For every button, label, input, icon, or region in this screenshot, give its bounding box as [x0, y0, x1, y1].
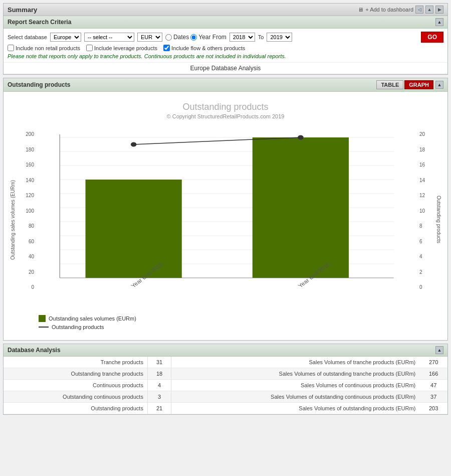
share-icon-btn[interactable]: ◁ [415, 6, 423, 14]
table-view-button[interactable]: TABLE [376, 80, 403, 89]
bar-2016 [253, 137, 349, 278]
r-tick-20: 20 [419, 131, 425, 137]
row-label-4: Outstanding products [4, 403, 147, 414]
row-sales-value-2: 47 [419, 380, 447, 391]
non-retail-checkbox[interactable] [8, 45, 14, 51]
graph-view-button[interactable]: GRAPH [404, 80, 433, 89]
r-tick-12: 12 [419, 193, 425, 198]
y-right-axis-label: Outstanding products [436, 196, 441, 243]
r-tick-18: 18 [419, 147, 425, 152]
outstanding-panel: Outstanding products TABLE GRAPH ▲ Outst… [3, 78, 448, 341]
tick-20: 20 [29, 269, 34, 275]
currency-select-wrapper: EUR [137, 33, 162, 42]
checkbox-leverage: Include leverage products [86, 45, 157, 51]
row-count-3: 3 [147, 391, 171, 403]
year-from-radio[interactable] [190, 34, 197, 41]
tick-140: 140 [26, 178, 34, 183]
search-criteria-title: Report Search Criteria [8, 19, 71, 26]
row-count-0: 31 [147, 357, 171, 368]
row-sales-label-0: Sales Volumes of tranche products (EURm) [171, 357, 419, 368]
go-button[interactable]: GO [421, 32, 443, 43]
legend-line-products [39, 327, 49, 328]
checkbox-flow: Include flow & others products [163, 45, 245, 51]
db-analysis-table: Tranche products 31 Sales Volumes of tra… [4, 357, 447, 414]
year-from-select[interactable]: 2018 [230, 33, 255, 42]
chart-area: Outstanding products © Copyright Structu… [4, 92, 447, 340]
add-dashboard-link[interactable]: + Add to dashboard [365, 7, 413, 13]
row-label-0: Tranche products [4, 357, 147, 368]
db-analysis-header: Database Analysis ▲ [4, 344, 447, 357]
y-left-label-wrapper: Outstanding sales volumes (EURm) [9, 129, 17, 310]
db-analysis-panel: Database Analysis ▲ Tranche products 31 … [3, 344, 448, 415]
row-sales-label-1: Sales Volumes of outstanding tranche pro… [171, 368, 419, 380]
expand-icon-btn[interactable]: ▲ [425, 6, 433, 14]
database-select-wrapper: Europe [50, 33, 81, 42]
row-count-2: 4 [147, 380, 171, 391]
db-analysis-collapse[interactable]: ▲ [435, 346, 443, 354]
tick-160: 160 [26, 162, 34, 168]
r-tick-8: 8 [419, 223, 422, 229]
search-row-1: Select database Europe -- select -- EU [8, 32, 443, 43]
row-label-3: Outstanding continuous products [4, 391, 147, 403]
tick-40: 40 [29, 254, 34, 259]
chart-svg: Year End 2015 Year End 2016 [34, 129, 419, 310]
outstanding-collapse[interactable]: ▲ [435, 81, 443, 89]
legend-item-products: Outstanding products [39, 324, 442, 330]
tick-120: 120 [26, 193, 34, 198]
db-label: Select database [8, 34, 47, 40]
y-left-ticks: 200 180 160 140 120 100 80 60 40 20 0 [17, 129, 34, 310]
chart-wrapper: Outstanding sales volumes (EURm) 200 180… [9, 129, 442, 310]
dates-radio-group: Dates Year From [165, 34, 227, 41]
summary-title: Summary [8, 6, 37, 14]
outstanding-title: Outstanding products [8, 81, 70, 88]
row-sales-value-4: 203 [419, 403, 447, 414]
report-select[interactable]: -- select -- [84, 33, 134, 42]
db-table-row: Outstanding products 21 Sales Volumes of… [4, 403, 447, 414]
row-sales-value-0: 270 [419, 357, 447, 368]
legend-item-volumes: Outstanding sales volumes (EURm) [39, 315, 442, 322]
leverage-label: Include leverage products [94, 45, 157, 51]
search-criteria-body: Select database Europe -- select -- EU [4, 29, 447, 62]
legend-box-volumes [39, 315, 46, 322]
r-tick-2: 2 [419, 269, 422, 275]
flow-checkbox[interactable] [163, 45, 170, 51]
row-label-1: Outstanding tranche products [4, 368, 147, 380]
r-tick-14: 14 [419, 178, 425, 183]
search-criteria-collapse[interactable]: ▲ [435, 18, 443, 26]
outstanding-header: Outstanding products TABLE GRAPH ▲ [4, 78, 447, 92]
year-to-select-wrapper: 2019 [267, 33, 292, 42]
row-count-4: 21 [147, 403, 171, 414]
leverage-checkbox[interactable] [86, 45, 93, 51]
row-sales-label-2: Sales Volumes of continuous products (EU… [171, 380, 419, 391]
search-criteria-header: Report Search Criteria ▲ [4, 16, 447, 29]
dates-label: Dates [173, 34, 189, 41]
row-sales-label-3: Sales Volumes of outstanding continuous … [171, 391, 419, 403]
chart-subtitle: © Copyright StructuredRetailProducts.com… [9, 113, 442, 119]
row-sales-label-4: Sales Volumes of outstanding products (E… [171, 403, 419, 414]
tick-100: 100 [26, 208, 34, 214]
non-retail-label: Include non retail products [16, 45, 80, 51]
r-tick-16: 16 [419, 162, 425, 168]
header-actions: 🖥 + Add to dashboard ◁ ▲ ▶ [358, 6, 443, 14]
checkbox-row: Include non retail products Include leve… [8, 45, 443, 51]
next-icon-btn[interactable]: ▶ [435, 6, 443, 14]
db-table-row: Outstanding tranche products 18 Sales Vo… [4, 368, 447, 380]
tick-60: 60 [29, 239, 34, 244]
r-tick-4: 4 [419, 254, 422, 259]
legend-label-volumes: Outstanding sales volumes (EURm) [49, 315, 136, 322]
db-table-row: Continuous products 4 Sales Volumes of c… [4, 380, 447, 391]
note-text: Please note that reports only apply to t… [8, 53, 443, 59]
database-select[interactable]: Europe [50, 33, 81, 42]
checkbox-non-retail: Include non retail products [8, 45, 80, 51]
dates-radio[interactable] [165, 34, 172, 41]
legend-label-products: Outstanding products [52, 324, 104, 330]
year-to-select[interactable]: 2019 [267, 33, 292, 42]
y-right-ticks: 20 18 16 14 12 10 8 6 4 2 0 [419, 129, 434, 310]
y-right-label-wrapper: Outstanding products [434, 129, 442, 310]
r-tick-0: 0 [419, 284, 422, 290]
currency-select[interactable]: EUR [137, 33, 162, 42]
y-left-axis-label: Outstanding sales volumes (EURm) [10, 180, 16, 260]
db-analysis-title-top: Europe Database Analysis [4, 62, 447, 74]
tick-200: 200 [26, 131, 34, 137]
db-analysis-heading: Database Analysis [8, 347, 61, 354]
